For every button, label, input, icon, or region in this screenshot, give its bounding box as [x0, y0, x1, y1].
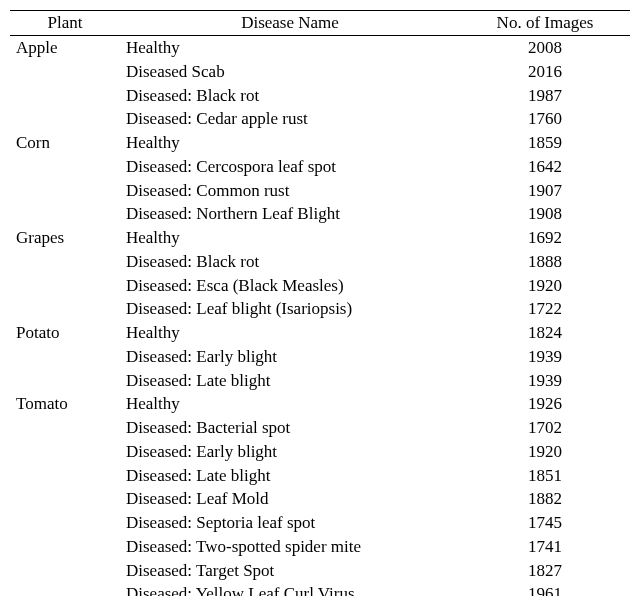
- table-row: Diseased: Common rust1907: [10, 179, 630, 203]
- cell-count: 1939: [460, 369, 630, 393]
- cell-plant: [10, 179, 120, 203]
- table-row: Diseased: Bacterial spot1702: [10, 416, 630, 440]
- cell-plant: [10, 107, 120, 131]
- cell-plant: Potato: [10, 321, 120, 345]
- cell-disease: Diseased: Late blight: [120, 464, 460, 488]
- cell-count: 1908: [460, 202, 630, 226]
- header-plant: Plant: [10, 11, 120, 36]
- cell-disease: Diseased: Yellow Leaf Curl Virus: [120, 582, 460, 596]
- table-row: Diseased: Cercospora leaf spot1642: [10, 155, 630, 179]
- cell-disease: Diseased: Early blight: [120, 345, 460, 369]
- cell-plant: [10, 345, 120, 369]
- cell-plant: Tomato: [10, 392, 120, 416]
- cell-disease: Diseased: Septoria leaf spot: [120, 511, 460, 535]
- header-disease: Disease Name: [120, 11, 460, 36]
- table-row: Diseased: Northern Leaf Blight1908: [10, 202, 630, 226]
- cell-plant: Grapes: [10, 226, 120, 250]
- cell-count: 1702: [460, 416, 630, 440]
- cell-plant: [10, 274, 120, 298]
- cell-disease: Diseased: Common rust: [120, 179, 460, 203]
- table-row: Diseased: Septoria leaf spot1745: [10, 511, 630, 535]
- table-row: GrapesHealthy1692: [10, 226, 630, 250]
- cell-disease: Healthy: [120, 321, 460, 345]
- table-row: Diseased: Early blight1920: [10, 440, 630, 464]
- table-row: Diseased: Late blight1939: [10, 369, 630, 393]
- cell-count: 1920: [460, 440, 630, 464]
- cell-count: 1888: [460, 250, 630, 274]
- cell-plant: [10, 297, 120, 321]
- cell-count: 2008: [460, 36, 630, 60]
- cell-count: 1642: [460, 155, 630, 179]
- table-row: Diseased: Two-spotted spider mite1741: [10, 535, 630, 559]
- cell-count: 1827: [460, 559, 630, 583]
- cell-count: 1824: [460, 321, 630, 345]
- table-row: CornHealthy1859: [10, 131, 630, 155]
- table-row: Diseased: Leaf Mold1882: [10, 487, 630, 511]
- cell-plant: [10, 202, 120, 226]
- cell-plant: [10, 535, 120, 559]
- cell-count: 1926: [460, 392, 630, 416]
- cell-plant: [10, 511, 120, 535]
- cell-disease: Healthy: [120, 226, 460, 250]
- cell-disease: Diseased: Cercospora leaf spot: [120, 155, 460, 179]
- table-row: Diseased: Leaf blight (Isariopsis)1722: [10, 297, 630, 321]
- table-row: Diseased Scab2016: [10, 60, 630, 84]
- cell-disease: Diseased: Cedar apple rust: [120, 107, 460, 131]
- cell-count: 1920: [460, 274, 630, 298]
- cell-count: 1722: [460, 297, 630, 321]
- cell-count: 1961: [460, 582, 630, 596]
- cell-count: 1692: [460, 226, 630, 250]
- cell-plant: [10, 487, 120, 511]
- cell-disease: Healthy: [120, 36, 460, 60]
- table-row: Diseased: Cedar apple rust1760: [10, 107, 630, 131]
- cell-count: 1851: [460, 464, 630, 488]
- table-row: Diseased: Late blight1851: [10, 464, 630, 488]
- cell-plant: [10, 369, 120, 393]
- table-row: Diseased: Early blight1939: [10, 345, 630, 369]
- cell-count: 1939: [460, 345, 630, 369]
- cell-disease: Diseased: Late blight: [120, 369, 460, 393]
- cell-count: 1745: [460, 511, 630, 535]
- cell-disease: Diseased: Black rot: [120, 84, 460, 108]
- table-row: Diseased: Black rot1987: [10, 84, 630, 108]
- table-row: TomatoHealthy1926: [10, 392, 630, 416]
- cell-plant: [10, 155, 120, 179]
- cell-disease: Healthy: [120, 392, 460, 416]
- cell-disease: Diseased: Early blight: [120, 440, 460, 464]
- cell-disease: Diseased: Two-spotted spider mite: [120, 535, 460, 559]
- table-row: Diseased: Esca (Black Measles)1920: [10, 274, 630, 298]
- cell-disease: Diseased: Black rot: [120, 250, 460, 274]
- cell-count: 1859: [460, 131, 630, 155]
- cell-disease: Diseased: Esca (Black Measles): [120, 274, 460, 298]
- cell-disease: Healthy: [120, 131, 460, 155]
- cell-plant: [10, 464, 120, 488]
- cell-count: 1987: [460, 84, 630, 108]
- cell-disease: Diseased: Northern Leaf Blight: [120, 202, 460, 226]
- cell-plant: Corn: [10, 131, 120, 155]
- cell-disease: Diseased: Leaf Mold: [120, 487, 460, 511]
- cell-plant: [10, 440, 120, 464]
- cell-disease: Diseased: Bacterial spot: [120, 416, 460, 440]
- table-row: AppleHealthy2008: [10, 36, 630, 60]
- plant-disease-table: Plant Disease Name No. of Images AppleHe…: [10, 10, 630, 596]
- cell-disease: Diseased: Leaf blight (Isariopsis): [120, 297, 460, 321]
- cell-plant: [10, 416, 120, 440]
- cell-count: 1760: [460, 107, 630, 131]
- cell-disease: Diseased: Target Spot: [120, 559, 460, 583]
- cell-count: 1741: [460, 535, 630, 559]
- cell-count: 1882: [460, 487, 630, 511]
- table-body: AppleHealthy2008Diseased Scab2016Disease…: [10, 36, 630, 597]
- cell-plant: [10, 84, 120, 108]
- table-row: Diseased: Black rot1888: [10, 250, 630, 274]
- cell-plant: [10, 559, 120, 583]
- table-row: Diseased: Target Spot1827: [10, 559, 630, 583]
- cell-count: 2016: [460, 60, 630, 84]
- header-count: No. of Images: [460, 11, 630, 36]
- cell-count: 1907: [460, 179, 630, 203]
- cell-plant: Apple: [10, 36, 120, 60]
- cell-plant: [10, 582, 120, 596]
- cell-plant: [10, 60, 120, 84]
- table-row: Diseased: Yellow Leaf Curl Virus1961: [10, 582, 630, 596]
- table-row: PotatoHealthy1824: [10, 321, 630, 345]
- table-header-row: Plant Disease Name No. of Images: [10, 11, 630, 36]
